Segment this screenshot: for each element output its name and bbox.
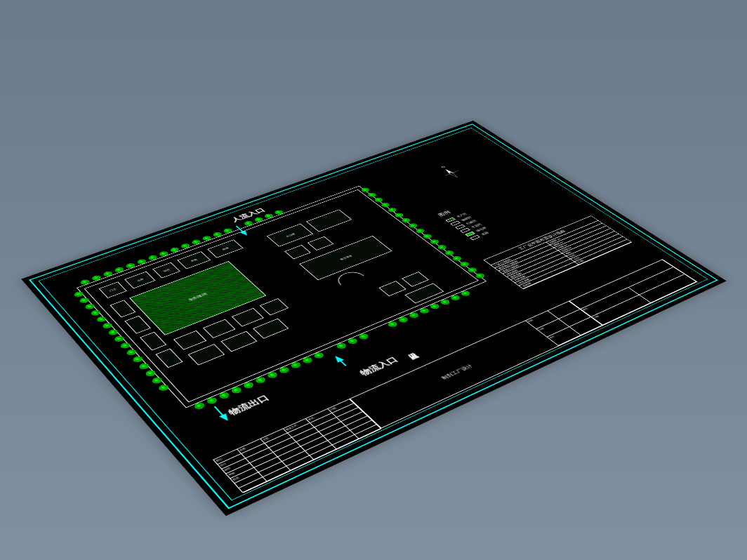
tree-icon <box>206 396 218 405</box>
building-small <box>232 308 264 327</box>
building-label: 食堂宿舍 <box>339 254 352 260</box>
tree-icon <box>230 386 243 394</box>
building-label: 动力 <box>162 268 171 272</box>
tree-icon <box>312 352 325 359</box>
tree-icon <box>113 335 125 342</box>
tree-icon <box>107 328 119 336</box>
building-small <box>220 331 257 352</box>
tree-icon <box>397 316 409 323</box>
building-label: 办公楼 <box>284 232 295 237</box>
tree-icon <box>218 391 230 399</box>
tree-icon <box>357 333 370 340</box>
tree-icon <box>439 298 451 305</box>
building-small <box>378 281 406 296</box>
tree-icon <box>386 321 398 328</box>
building-small <box>188 344 225 365</box>
building-label: 制剂车间 <box>187 292 209 302</box>
tree-icon <box>266 371 279 380</box>
tree-icon <box>289 361 302 369</box>
tree-icon <box>157 384 170 392</box>
tree-icon <box>193 401 206 410</box>
tree-icon <box>346 338 359 345</box>
tree-icon <box>242 381 255 389</box>
tree-icon <box>449 294 461 301</box>
tree-icon <box>278 366 291 374</box>
building-label: 质检 <box>190 258 197 262</box>
tree-icon <box>301 356 314 364</box>
tree-icon <box>254 376 267 385</box>
tree-icon <box>126 349 138 356</box>
tree-icon <box>138 362 150 370</box>
tree-icon <box>429 303 441 310</box>
building-label: 研发 <box>221 246 229 251</box>
tree-icon <box>408 312 420 319</box>
svg-line-0 <box>444 171 458 175</box>
drawing-sheet[interactable]: 门卫 仓库 动力 质检 研发 制剂车间 办公楼 食堂宿舍 <box>21 121 726 516</box>
building-label: 仓库 <box>135 278 144 282</box>
tree-icon <box>119 342 131 349</box>
tree-icon <box>459 290 471 297</box>
building-small <box>404 283 444 303</box>
building-small <box>140 332 166 351</box>
cad-3d-viewport[interactable]: 门卫 仓库 动力 质检 研发 制剂车间 办公楼 食堂宿舍 <box>0 0 747 560</box>
tree-icon <box>418 307 430 314</box>
tree-icon <box>101 322 113 329</box>
tree-icon <box>131 355 144 363</box>
